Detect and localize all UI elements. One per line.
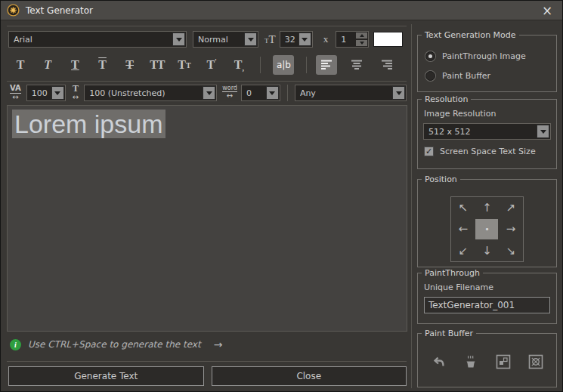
stretch-icon: T ↔ xyxy=(73,84,79,101)
small-caps-button[interactable]: TT xyxy=(174,55,195,75)
charset-select[interactable]: Any xyxy=(295,85,407,101)
kerning-select[interactable]: 100 xyxy=(26,85,66,101)
word-spacing-icon: word ↔ xyxy=(222,85,237,100)
position-group: Position ↖ ↑ ↗ ← • → ↙ ↓ ↘ xyxy=(417,179,557,267)
text-generator-dialog: Text Generator × Arial Normal TT 32 x 1 xyxy=(0,0,563,392)
chevron-down-icon xyxy=(244,32,257,46)
subscript-button[interactable]: T, xyxy=(228,55,249,75)
paintthrough-group: PaintThrough Unique Filename TextGenerat… xyxy=(417,273,557,324)
underline-button[interactable]: T xyxy=(64,55,85,75)
position-up-button[interactable]: ↑ xyxy=(475,197,500,218)
clear-buffer-button[interactable] xyxy=(527,353,544,370)
word-wrap-toggle[interactable]: a|b xyxy=(273,55,294,75)
right-arrow-icon: → xyxy=(214,338,223,350)
position-right-button[interactable]: → xyxy=(499,218,523,239)
text-generation-mode-group: Text Generation Mode PaintThrough Image … xyxy=(417,35,557,92)
paintthrough-image-radio[interactable]: PaintThrough Image xyxy=(425,49,556,63)
stretch-select[interactable]: 100 (Unstretched) xyxy=(84,85,217,101)
position-down-button[interactable]: ↓ xyxy=(475,240,500,261)
hint-row: i Use CTRL+Space to generate the text → xyxy=(10,338,222,351)
divider xyxy=(7,26,407,26)
align-left-icon xyxy=(320,60,333,70)
screen-space-text-size-checkbox[interactable]: ✓ Screen Space Text Size xyxy=(424,147,556,156)
scale-stepper[interactable]: 1 xyxy=(336,31,369,48)
image-resolution-label: Image Resolution xyxy=(424,109,556,119)
divider xyxy=(7,361,407,362)
word-spacing-select[interactable]: 0 xyxy=(241,85,280,101)
spin-down-icon[interactable] xyxy=(356,40,367,46)
spacing-toolbar: VA ↔ 100 T ↔ 100 (Unstretched) word ↔ 0 xyxy=(10,84,407,102)
panel-divider xyxy=(411,24,412,388)
align-right-icon xyxy=(381,60,393,70)
spin-up-icon[interactable] xyxy=(356,32,367,39)
strikethrough-button[interactable]: T xyxy=(119,55,141,75)
paint-buffer-toolbar xyxy=(418,334,556,370)
window-title: Text Generator xyxy=(26,5,93,16)
align-center-button[interactable] xyxy=(346,55,367,75)
bake-button[interactable] xyxy=(462,353,479,370)
radio-icon[interactable] xyxy=(425,51,435,61)
style-toolbar: T T T T T TT TT T' T, a|b xyxy=(10,54,407,76)
chevron-down-icon xyxy=(299,32,311,46)
app-icon xyxy=(7,4,20,17)
italic-button[interactable]: T xyxy=(37,55,58,75)
undo-button[interactable] xyxy=(430,353,447,370)
align-center-icon xyxy=(351,60,363,70)
overline-button[interactable]: T xyxy=(91,55,113,75)
text-color-swatch[interactable] xyxy=(373,32,403,47)
hint-text: Use CTRL+Space to generate the text xyxy=(28,339,201,350)
editor-selected-text: Lorem ipsum xyxy=(12,110,165,138)
position-left-button[interactable]: ← xyxy=(451,218,475,239)
position-up-right-button[interactable]: ↗ xyxy=(499,197,523,218)
scale-label: x xyxy=(323,33,329,45)
bold-button[interactable]: T xyxy=(10,55,31,75)
position-down-left-button[interactable]: ↙ xyxy=(451,240,475,261)
superscript-button[interactable]: T' xyxy=(201,55,222,75)
image-resolution-select[interactable]: 512 x 512 xyxy=(423,123,551,140)
font-toolbar: Arial Normal TT 32 x 1 xyxy=(8,30,407,48)
undo-icon xyxy=(431,354,446,369)
chevron-down-icon xyxy=(51,86,64,100)
chevron-down-icon xyxy=(172,32,185,46)
text-editor-area[interactable]: Lorem ipsum xyxy=(7,105,407,332)
generate-text-button[interactable]: Generate Text xyxy=(8,366,204,386)
grab-buffer-button[interactable] xyxy=(495,353,512,370)
align-right-button[interactable] xyxy=(376,55,398,75)
titlebar[interactable]: Text Generator × xyxy=(1,1,562,20)
align-left-button[interactable] xyxy=(316,55,337,75)
resolution-group: Resolution Image Resolution 512 x 512 ✓ … xyxy=(417,99,557,169)
chevron-down-icon xyxy=(537,125,549,138)
uppercase-button[interactable]: TT xyxy=(147,55,168,75)
position-down-right-button[interactable]: ↘ xyxy=(499,240,523,261)
bake-icon xyxy=(463,354,478,369)
divider xyxy=(260,57,261,73)
divider xyxy=(7,81,407,82)
info-icon: i xyxy=(10,339,21,350)
position-up-left-button[interactable]: ↖ xyxy=(451,197,475,218)
kerning-icon: VA ↔ xyxy=(10,85,21,101)
checkbox-icon[interactable]: ✓ xyxy=(424,147,434,156)
close-button[interactable]: Close xyxy=(212,366,407,386)
divider xyxy=(306,57,307,73)
paint-buffer-radio[interactable]: Paint Buffer xyxy=(425,69,556,82)
unique-filename-input[interactable]: TextGenerator_001 xyxy=(424,297,550,313)
position-center-button[interactable]: • xyxy=(475,219,498,239)
unique-filename-label: Unique Filename xyxy=(424,282,556,292)
grab-buffer-icon xyxy=(496,354,511,369)
font-style-select[interactable]: Normal xyxy=(193,31,258,48)
font-family-select[interactable]: Arial xyxy=(8,31,187,48)
position-pad: ↖ ↑ ↗ ← • → ↙ ↓ ↘ xyxy=(450,196,524,262)
position-center-cell: • xyxy=(475,218,500,239)
font-size-icon: TT xyxy=(264,33,276,46)
divider xyxy=(287,85,288,101)
radio-icon[interactable] xyxy=(425,71,435,81)
font-size-select[interactable]: 32 xyxy=(280,31,313,48)
close-icon[interactable]: × xyxy=(538,1,556,20)
footer: Generate Text Close xyxy=(8,366,407,386)
chevron-down-icon xyxy=(392,86,405,100)
clear-buffer-icon xyxy=(528,354,543,369)
chevron-down-icon xyxy=(266,86,279,100)
chevron-down-icon xyxy=(203,86,215,100)
paint-buffer-group: Paint Buffer xyxy=(417,333,557,387)
